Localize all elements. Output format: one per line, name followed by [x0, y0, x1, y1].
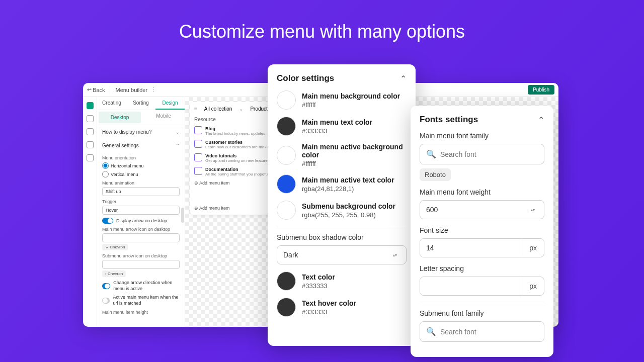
color-label: Main menu active text color — [302, 176, 394, 184]
radio-vertical[interactable]: Vertical menu — [102, 171, 180, 177]
back-button[interactable]: ↩ Back — [87, 86, 105, 93]
letter-input-row: px — [420, 277, 544, 296]
letter-label: Letter spacing — [420, 264, 544, 273]
toggle-label: Active main menu item when the url is ma… — [113, 295, 180, 306]
tab-sorting[interactable]: Sorting — [126, 97, 155, 110]
color-swatch[interactable] — [277, 117, 296, 136]
size-input[interactable] — [420, 239, 522, 257]
sub-arrow-select[interactable] — [102, 260, 180, 269]
letter-unit: px — [522, 277, 544, 295]
more-menu[interactable]: ⋮ — [150, 86, 156, 93]
item-height-label: Main menu item height — [102, 310, 180, 315]
radio-label: Horizontal menu — [111, 163, 144, 168]
main-arrow-select[interactable] — [102, 233, 180, 242]
drag-handle[interactable] — [181, 208, 184, 223]
weight-select[interactable]: 600 ▴▾ — [420, 200, 544, 219]
collapse-icon[interactable]: ⌃ — [538, 115, 544, 125]
box-shadow-label: Submenu box shadow color — [277, 233, 407, 241]
toggle-active-match[interactable] — [102, 298, 110, 304]
rail-icon-1[interactable] — [87, 102, 94, 109]
select-value: 600 — [426, 206, 438, 214]
toggle-change-arrow[interactable] — [102, 283, 110, 289]
color-swatch[interactable] — [277, 272, 296, 291]
subtab-mobile[interactable]: Mobile — [142, 110, 185, 125]
font-search-input[interactable] — [440, 150, 538, 158]
radio-label: Vertical menu — [111, 172, 138, 177]
rail-icon-2[interactable] — [87, 115, 94, 122]
menu-animation-label: Menu animation — [102, 180, 180, 186]
sub-arrow-label: Submenu arrow icon on desktop — [102, 253, 180, 258]
color-swatch[interactable] — [277, 201, 296, 220]
color-row[interactable]: Text color#333333 — [277, 272, 407, 291]
add-label: Add menu item — [199, 206, 230, 211]
color-swatch[interactable] — [277, 146, 296, 165]
menu-orientation-label: Menu orientation — [102, 155, 180, 160]
color-row[interactable]: Main menu active background color#ffffff — [277, 143, 407, 167]
color-label: Text hover color — [302, 299, 356, 307]
resource-icon — [194, 153, 202, 161]
select-value: Dark — [283, 251, 298, 259]
left-rail — [83, 97, 97, 327]
collapse-icon[interactable]: ⌃ — [400, 74, 407, 83]
section-how-to-display[interactable]: How to display menu?⌄ — [97, 125, 185, 139]
rail-icon-5[interactable] — [87, 154, 94, 161]
pm-products[interactable]: Products — [250, 106, 270, 112]
color-row[interactable]: Main menu background color#ffffff — [277, 90, 407, 110]
tab-creating[interactable]: Creating — [97, 97, 126, 110]
color-card-title: Color settings — [277, 73, 334, 83]
window-title: Menu builder — [115, 87, 147, 93]
box-shadow-select[interactable]: Dark ▴▾ — [277, 245, 407, 264]
chip-label: Chevron — [110, 245, 125, 249]
animation-select[interactable]: Shift up — [102, 187, 180, 196]
select-value: Shift up — [106, 189, 121, 194]
sub-font-search[interactable]: 🔍 — [420, 321, 544, 342]
size-unit: px — [522, 239, 544, 257]
color-swatch[interactable] — [277, 90, 296, 110]
divider — [110, 86, 110, 94]
rail-icon-3[interactable] — [87, 128, 94, 135]
letter-input[interactable] — [420, 277, 522, 295]
sub-family-label: Submenu font family — [420, 309, 544, 317]
color-row[interactable]: Main menu active text colorrgba(24,81,22… — [277, 174, 407, 194]
pm-all-collection[interactable]: All collection — [204, 106, 232, 112]
color-label: Main menu background color — [302, 92, 400, 100]
toggle-label: Display arrow on desktop — [116, 218, 167, 223]
radio-horizontal[interactable]: Horizontal menu — [102, 162, 180, 169]
color-row[interactable]: Text hover color#333333 — [277, 298, 407, 317]
font-chip[interactable]: Roboto — [420, 168, 451, 181]
tabs: Creating Sorting Design — [97, 97, 185, 110]
color-value: #ffffff — [302, 160, 407, 167]
subtab-desktop[interactable]: Desktop — [99, 112, 141, 123]
weight-label: Main menu font weight — [420, 188, 544, 196]
trigger-select[interactable]: Hover — [102, 206, 180, 215]
rail-icon-4[interactable] — [87, 141, 94, 148]
color-value: #333333 — [302, 308, 356, 316]
select-value: Hover — [106, 208, 118, 213]
general-body: Menu orientation Horizontal menu Vertica… — [97, 155, 185, 320]
size-label: Font size — [420, 226, 544, 234]
select-stepper: ▴▾ — [390, 253, 400, 257]
color-value: rgba(24,81,228,1) — [302, 185, 394, 193]
color-row[interactable]: Main menu text color#333333 — [277, 117, 407, 136]
tab-design[interactable]: Design — [155, 97, 185, 110]
section-label: General settings — [102, 143, 139, 148]
color-label: Main menu text color — [302, 118, 372, 126]
color-label: Main menu active background color — [302, 143, 407, 159]
color-row[interactable]: Submenu background colorrgba(255, 255, 2… — [277, 201, 407, 220]
color-label: Text color — [302, 273, 335, 281]
section-general[interactable]: General settings⌃ — [97, 139, 185, 152]
publish-button[interactable]: Publish — [528, 85, 554, 95]
color-value: #ffffff — [302, 101, 400, 109]
font-search[interactable]: 🔍 — [420, 144, 544, 164]
chevron-up-icon: ⌃ — [176, 143, 180, 148]
sub-font-search-input[interactable] — [440, 328, 538, 336]
hero-title: Customize menu with many options — [0, 0, 644, 42]
side-panel: Creating Sorting Design Desktop Mobile H… — [97, 97, 185, 327]
chevron-chip[interactable]: ⌄ Chevron — [102, 244, 128, 250]
chevron-chip-2[interactable]: › Chevron — [102, 270, 126, 277]
chip-label: Chevron — [108, 272, 123, 276]
resource-icon — [194, 140, 202, 148]
toggle-display-arrow[interactable] — [102, 218, 113, 224]
color-swatch[interactable] — [277, 298, 296, 317]
color-swatch[interactable] — [277, 174, 296, 194]
